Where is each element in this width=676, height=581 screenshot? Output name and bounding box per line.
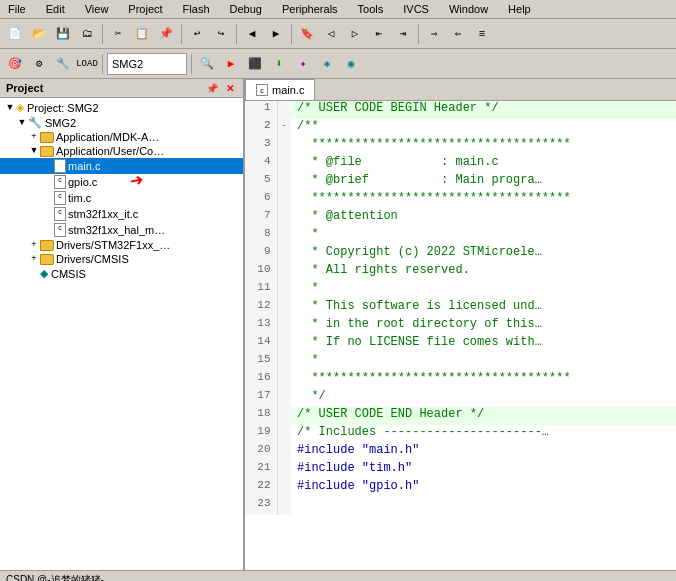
tree-item-main-c[interactable]: c main.c [0, 158, 243, 174]
tree-label-smg2: SMG2 [45, 117, 76, 129]
line-code[interactable]: /** [291, 119, 676, 137]
open-btn[interactable]: 📂 [28, 23, 50, 45]
table-row: 23 [245, 497, 676, 515]
table-row: 22#include "gpio.h" [245, 479, 676, 497]
close-panel-icon[interactable]: ✕ [223, 81, 237, 95]
outdent-btn[interactable]: ⇐ [447, 23, 469, 45]
next-bm2-btn[interactable]: ⇥ [392, 23, 414, 45]
magic-btn[interactable]: ✦ [292, 53, 314, 75]
tree-item-root[interactable]: ▼ ◈ Project: SMG2 [0, 100, 243, 115]
file-icon-stm32-it: c [54, 207, 66, 221]
toggle-drivers-stm[interactable]: + [28, 239, 40, 251]
line-code[interactable]: * @attention [291, 209, 676, 227]
save-btn[interactable]: 💾 [52, 23, 74, 45]
line-code[interactable]: /* USER CODE END Header */ [291, 407, 676, 425]
tree-item-app-mdk[interactable]: + Application/MDK-A… [0, 130, 243, 144]
stop-btn[interactable]: ⬛ [244, 53, 266, 75]
line-code[interactable]: ************************************ [291, 371, 676, 389]
undo-btn[interactable]: ↩ [186, 23, 208, 45]
prev-bm-btn[interactable]: ◁ [320, 23, 342, 45]
toggle-root[interactable]: ▼ [4, 102, 16, 114]
tree-item-tim-c[interactable]: c tim.c [0, 190, 243, 206]
paste-btn[interactable]: 📌 [155, 23, 177, 45]
fold-marker [277, 137, 291, 155]
nav-back-btn[interactable]: ◀ [241, 23, 263, 45]
extra-btn[interactable]: ◈ [316, 53, 338, 75]
pin-icon[interactable]: 📌 [205, 81, 219, 95]
toggle-smg2[interactable]: ▼ [16, 117, 28, 129]
line-code[interactable]: * @file : main.c [291, 155, 676, 173]
redo-btn[interactable]: ↪ [210, 23, 232, 45]
line-code[interactable]: /* Includes ----------------------… [291, 425, 676, 443]
project-dropdown[interactable]: SMG2 [107, 53, 187, 75]
tree-item-gpio-c[interactable]: c gpio.c [0, 174, 243, 190]
cut-btn[interactable]: ✂ [107, 23, 129, 45]
menu-edit[interactable]: Edit [42, 2, 69, 16]
line-code[interactable]: ************************************ [291, 191, 676, 209]
tree-item-app-user[interactable]: ▼ Application/User/Co… [0, 144, 243, 158]
line-code[interactable]: #include "gpio.h" [291, 479, 676, 497]
tree-item-cmsis[interactable]: ◆ CMSIS [0, 266, 243, 281]
new-file-btn[interactable]: 📄 [4, 23, 26, 45]
build2-btn[interactable]: 🔧 [52, 53, 74, 75]
line-code[interactable]: * This software is licensed und… [291, 299, 676, 317]
nav-fwd-btn[interactable]: ▶ [265, 23, 287, 45]
run-btn[interactable]: ▶ [220, 53, 242, 75]
menu-window[interactable]: Window [445, 2, 492, 16]
menu-file[interactable]: File [4, 2, 30, 16]
fold-marker [277, 371, 291, 389]
tree-item-smg2[interactable]: ▼ 🔧 SMG2 [0, 115, 243, 130]
line-code[interactable]: * If no LICENSE file comes with… [291, 335, 676, 353]
line-code[interactable]: * [291, 281, 676, 299]
line-code[interactable]: #include "tim.h" [291, 461, 676, 479]
tree-item-drivers-cmsis[interactable]: + Drivers/CMSIS [0, 252, 243, 266]
proj-opts-btn[interactable]: ⚙ [28, 53, 50, 75]
menu-ivcs[interactable]: IVCS [399, 2, 433, 16]
bookmark-btn[interactable]: 🔖 [296, 23, 318, 45]
fold-marker[interactable]: - [277, 119, 291, 137]
line-code[interactable] [291, 497, 676, 515]
menu-help[interactable]: Help [504, 2, 535, 16]
table-row: 10 * All rights reserved. [245, 263, 676, 281]
fold-marker [277, 191, 291, 209]
tab-main-c[interactable]: c main.c [245, 79, 315, 100]
line-code[interactable]: #include "main.h" [291, 443, 676, 461]
line-code[interactable]: ************************************ [291, 137, 676, 155]
dbg-btn[interactable]: LOAD [76, 53, 98, 75]
line-code[interactable]: */ [291, 389, 676, 407]
tree-item-drivers-stm[interactable]: + Drivers/STM32F1xx_… [0, 238, 243, 252]
menu-peripherals[interactable]: Peripherals [278, 2, 342, 16]
flash-btn[interactable]: ⬇ [268, 53, 290, 75]
indent-btn[interactable]: ⇒ [423, 23, 445, 45]
line-number: 15 [245, 353, 277, 371]
extra2-btn[interactable]: ◉ [340, 53, 362, 75]
code-area[interactable]: 1/* USER CODE BEGIN Header */2-/**3 ****… [245, 101, 676, 570]
next-bm-btn[interactable]: ▷ [344, 23, 366, 45]
toggle-app-mdk[interactable]: + [28, 131, 40, 143]
align-btn[interactable]: ≡ [471, 23, 493, 45]
line-code[interactable]: * All rights reserved. [291, 263, 676, 281]
line-number: 21 [245, 461, 277, 479]
line-code[interactable]: /* USER CODE BEGIN Header */ [291, 101, 676, 119]
sep2 [181, 24, 182, 44]
line-number: 9 [245, 245, 277, 263]
save-all-btn[interactable]: 🗂 [76, 23, 98, 45]
prev-bm2-btn[interactable]: ⇤ [368, 23, 390, 45]
line-code[interactable]: * [291, 227, 676, 245]
line-code[interactable]: * [291, 353, 676, 371]
line-code[interactable]: * @brief : Main progra… [291, 173, 676, 191]
toggle-app-user[interactable]: ▼ [28, 145, 40, 157]
menu-project[interactable]: Project [124, 2, 166, 16]
target-btn[interactable]: 🎯 [4, 53, 26, 75]
menu-flash[interactable]: Flash [179, 2, 214, 16]
menu-debug[interactable]: Debug [226, 2, 266, 16]
line-code[interactable]: * Copyright (c) 2022 STMicroele… [291, 245, 676, 263]
tree-item-stm32-hal[interactable]: c stm32f1xx_hal_m… [0, 222, 243, 238]
inspect-btn[interactable]: 🔍 [196, 53, 218, 75]
toggle-drivers-cmsis[interactable]: + [28, 253, 40, 265]
menu-tools[interactable]: Tools [354, 2, 388, 16]
tree-item-stm32-it[interactable]: c stm32f1xx_it.c [0, 206, 243, 222]
menu-view[interactable]: View [81, 2, 113, 16]
line-code[interactable]: * in the root directory of this… [291, 317, 676, 335]
copy-btn[interactable]: 📋 [131, 23, 153, 45]
